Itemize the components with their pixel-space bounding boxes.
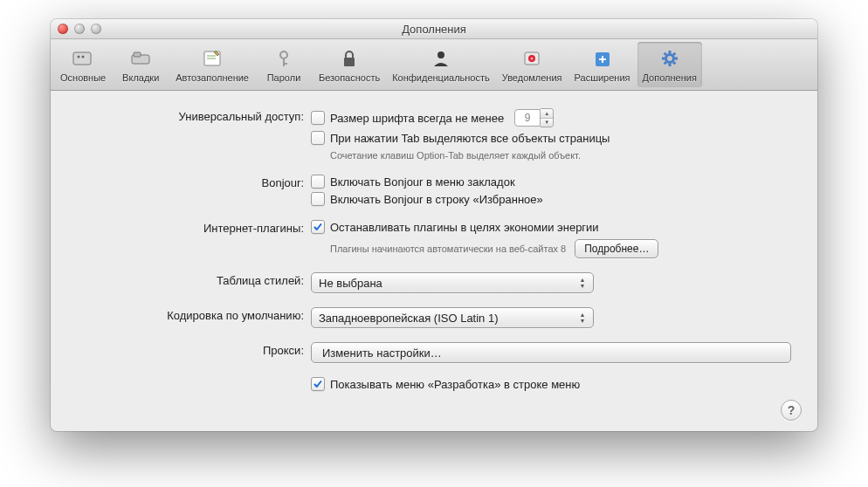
develop-menu-checkbox[interactable] (311, 377, 325, 391)
encoding-select[interactable]: Западноевропейская (ISO Latin 1) ▲▼ (311, 307, 594, 328)
svg-rect-4 (134, 52, 141, 57)
preferences-toolbar: Основные Вкладки Автозаполнение Пароли (51, 39, 817, 91)
general-icon (70, 46, 96, 71)
toolbar-autofill[interactable]: Автозаполнение (170, 42, 254, 87)
toolbar-privacy[interactable]: Конфиденциальность (387, 42, 495, 87)
svg-line-23 (673, 62, 675, 64)
bonjour-favorites-label: Включать Bonjour в строку «Избранное» (330, 193, 543, 206)
bonjour-label: Bonjour: (77, 175, 311, 189)
encoding-label: Кодировка по умолчанию: (77, 307, 311, 322)
toolbar-label: Вкладки (122, 72, 159, 83)
bonjour-bookmarks-checkbox[interactable] (311, 175, 325, 189)
help-button[interactable]: ? (781, 400, 802, 421)
zoom-button[interactable] (91, 24, 101, 34)
close-button[interactable] (58, 24, 68, 34)
bonjour-bookmarks-label: Включать Bonjour в меню закладок (330, 175, 515, 189)
font-size-value: 9 (514, 109, 541, 127)
develop-menu-label: Показывать меню «Разработка» в строке ме… (330, 378, 580, 391)
plugins-label: Интернет-плагины: (77, 220, 311, 235)
svg-rect-0 (73, 52, 91, 65)
svg-point-8 (280, 51, 287, 58)
svg-rect-10 (283, 63, 287, 65)
svg-point-1 (78, 56, 80, 58)
toolbar-label: Основные (60, 72, 106, 83)
lock-icon (336, 46, 362, 71)
stylesheet-value: Не выбрана (319, 277, 382, 290)
tab-highlight-note: Сочетание клавиш Option-Tab выделяет каж… (311, 150, 791, 161)
tabs-icon (127, 46, 154, 71)
titlebar: Дополнения (51, 19, 817, 39)
toolbar-label: Безопасность (319, 72, 380, 83)
bonjour-favorites-checkbox[interactable] (311, 192, 325, 206)
notifications-icon (519, 46, 545, 71)
gear-icon (657, 46, 683, 71)
window-title: Дополнения (51, 23, 817, 36)
chevron-updown-icon: ▲▼ (577, 276, 588, 290)
stepper-arrows[interactable]: ▲▼ (541, 108, 554, 127)
svg-line-24 (664, 62, 665, 64)
key-icon (271, 46, 297, 71)
svg-point-15 (531, 58, 534, 60)
svg-point-17 (665, 55, 673, 63)
svg-point-12 (437, 51, 444, 58)
svg-point-2 (82, 56, 85, 58)
stylesheet-select[interactable]: Не выбрана ▲▼ (311, 272, 594, 293)
svg-rect-9 (283, 58, 285, 66)
font-size-stepper[interactable]: 9 ▲▼ (514, 108, 554, 127)
font-size-checkbox[interactable] (311, 111, 325, 125)
universal-access-label: Универсальный доступ: (77, 108, 311, 123)
proxies-label: Прокси: (77, 342, 311, 357)
privacy-icon (428, 46, 454, 71)
tab-highlight-checkbox-label: При нажатии Tab выделяются все объекты с… (330, 132, 610, 145)
toolbar-label: Расширения (575, 72, 630, 83)
encoding-value: Западноевропейская (ISO Latin 1) (319, 312, 499, 325)
toolbar-notifications[interactable]: Уведомления (497, 42, 568, 87)
chevron-updown-icon: ▲▼ (577, 311, 588, 325)
plugin-details-button[interactable]: Подробнее… (575, 239, 658, 258)
toolbar-passwords[interactable]: Пароли (256, 42, 312, 87)
plugin-power-label: Останавливать плагины в целях экономии э… (330, 221, 599, 234)
plugin-note: Плагины начинаются автоматически на веб-… (330, 244, 566, 254)
toolbar-general[interactable]: Основные (55, 42, 111, 87)
preferences-window: Дополнения Основные Вкладки Автозаполн (51, 19, 817, 431)
toolbar-tabs[interactable]: Вкладки (113, 42, 169, 87)
extensions-icon (589, 46, 616, 71)
toolbar-label: Конфиденциальность (392, 72, 490, 83)
proxies-button[interactable]: Изменить настройки… (311, 342, 791, 363)
toolbar-label: Уведомления (502, 72, 562, 83)
plugin-power-checkbox[interactable] (311, 220, 325, 234)
svg-line-25 (673, 53, 675, 55)
toolbar-label: Пароли (267, 72, 301, 83)
stylesheet-label: Таблица стилей: (77, 272, 311, 287)
toolbar-extensions[interactable]: Расширения (569, 42, 636, 87)
svg-line-22 (664, 53, 665, 55)
svg-rect-11 (344, 58, 355, 66)
toolbar-advanced[interactable]: Дополнения (637, 42, 702, 87)
autofill-icon (199, 46, 225, 71)
advanced-pane: Универсальный доступ: Размер шрифта всег… (51, 91, 817, 431)
minimize-button[interactable] (74, 24, 85, 34)
font-size-checkbox-label: Размер шрифта всегда не менее (330, 112, 504, 125)
tab-highlight-checkbox[interactable] (311, 131, 325, 145)
window-controls (58, 24, 101, 34)
toolbar-label: Дополнения (643, 72, 697, 83)
spacer (77, 377, 311, 379)
toolbar-security[interactable]: Безопасность (313, 42, 385, 87)
toolbar-label: Автозаполнение (176, 72, 249, 83)
